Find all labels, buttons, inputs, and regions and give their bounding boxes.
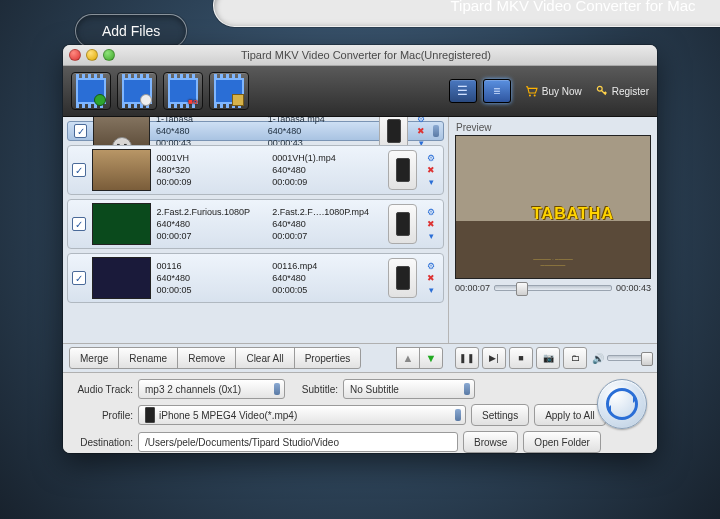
settings-icon[interactable]: ⚙ — [427, 207, 435, 217]
row-checkbox[interactable]: ✓ — [72, 163, 86, 177]
preview-panel: Preview TABATHA ───── · ──────────── 00:… — [449, 117, 657, 343]
clear-all-button[interactable]: Clear All — [235, 347, 294, 369]
remove-icon[interactable]: ✖ — [427, 273, 435, 283]
buy-now-label: Buy Now — [542, 86, 582, 97]
folder-button[interactable]: 🗀 — [563, 347, 587, 369]
expand-icon[interactable]: ▾ — [429, 177, 434, 187]
thumbnail — [92, 203, 151, 245]
remove-icon[interactable]: ✖ — [417, 126, 425, 136]
merge-button[interactable]: Merge — [69, 347, 119, 369]
settings-form: Audio Track: mp3 2 channels (0x1) Subtit… — [63, 373, 657, 453]
snapshot-button[interactable]: 📷 — [536, 347, 560, 369]
settings-icon[interactable]: ⚙ — [427, 153, 435, 163]
list-actions: Merge Rename Remove Clear All Properties… — [63, 343, 449, 373]
volume-icon: 🔊 — [592, 353, 604, 364]
row-checkbox[interactable]: ✓ — [74, 124, 87, 138]
settings-button[interactable]: Settings — [471, 404, 529, 426]
properties-button[interactable]: Properties — [294, 347, 362, 369]
register-label: Register — [612, 86, 649, 97]
expand-icon[interactable]: ▾ — [429, 285, 434, 295]
expand-icon[interactable]: ▾ — [429, 231, 434, 241]
buy-now-link[interactable]: Buy Now — [525, 86, 582, 97]
settings-icon[interactable]: ⚙ — [417, 117, 425, 124]
preview-credits: ───── · ──────────── — [456, 256, 650, 268]
app-window: Tipard MKV Video Converter for Mac(Unreg… — [63, 45, 657, 453]
volume-slider[interactable] — [607, 355, 651, 361]
list-item[interactable]: ✓ ❚❚ 1-Tabasa640*48000:00:43 1-Tabasa.mp… — [67, 121, 444, 141]
time-current: 00:00:07 — [455, 283, 490, 293]
register-link[interactable]: Register — [596, 85, 649, 97]
destination-field[interactable]: /Users/pele/Documents/Tipard Studio/Vide… — [138, 432, 458, 452]
move-up-button[interactable]: ▲ — [396, 347, 420, 369]
title-bar: Tipard MKV Video Converter for Mac(Unreg… — [63, 45, 657, 66]
file-list: ✓ ❚❚ 1-Tabasa640*48000:00:43 1-Tabasa.mp… — [63, 117, 449, 343]
list-item[interactable]: ✓ 0001VH480*32000:00:09 0001VH(1).mp4640… — [67, 145, 444, 195]
row-checkbox[interactable]: ✓ — [72, 271, 86, 285]
audio-track-select[interactable]: mp3 2 channels (0x1) — [138, 379, 285, 399]
close-icon[interactable] — [69, 49, 81, 61]
thumbnail — [92, 149, 151, 191]
next-button[interactable]: ▶| — [482, 347, 506, 369]
callout-app-name: Tipard MKV Video Converter for Mac — [213, 0, 720, 27]
list-item[interactable]: ✓ 00116640*48000:00:05 00116.mp4640*4800… — [67, 253, 444, 303]
callout-add-files: Add Files — [75, 14, 187, 48]
preview-screen: TABATHA ───── · ──────────── — [455, 135, 651, 279]
view-list-button[interactable]: ☰ — [449, 79, 477, 103]
device-selector[interactable] — [388, 204, 417, 244]
svg-point-0 — [529, 94, 531, 96]
device-selector[interactable] — [388, 150, 417, 190]
playback-controls: ❚❚ ▶| ■ 📷 🗀 🔊 — [449, 343, 657, 373]
subtitle-select[interactable]: No Subtitle — [343, 379, 475, 399]
settings-icon[interactable]: ⚙ — [427, 261, 435, 271]
remove-icon[interactable]: ✖ — [427, 165, 435, 175]
apply-to-all-button[interactable]: Apply to All — [534, 404, 605, 426]
add-files-button[interactable] — [71, 72, 111, 110]
remove-button[interactable]: Remove — [177, 347, 236, 369]
move-down-button[interactable]: ▼ — [419, 347, 443, 369]
thumbnail — [92, 257, 151, 299]
row-checkbox[interactable]: ✓ — [72, 217, 86, 231]
edit-button[interactable] — [117, 72, 157, 110]
stop-button[interactable]: ■ — [509, 347, 533, 369]
browse-button[interactable]: Browse — [463, 431, 518, 453]
audio-track-label: Audio Track: — [71, 384, 133, 395]
crop-button[interactable] — [209, 72, 249, 110]
remove-icon[interactable]: ✖ — [427, 219, 435, 229]
trim-button[interactable]: ■o — [163, 72, 203, 110]
view-detail-button[interactable]: ≡ — [483, 79, 511, 103]
subtitle-label: Subtitle: — [290, 384, 338, 395]
preview-label: Preview — [456, 122, 651, 133]
convert-button[interactable] — [597, 379, 647, 429]
seek-slider[interactable] — [494, 285, 612, 291]
list-item[interactable]: ✓ 2.Fast.2.Furious.1080P640*48000:00:07 … — [67, 199, 444, 249]
window-title: Tipard MKV Video Converter for Mac(Unreg… — [81, 49, 651, 61]
pause-button[interactable]: ❚❚ — [455, 347, 479, 369]
rename-button[interactable]: Rename — [118, 347, 178, 369]
profile-label: Profile: — [71, 410, 133, 421]
main-toolbar: ■o ☰ ≡ Buy Now Register — [63, 66, 657, 117]
preview-movie-title: TABATHA — [532, 205, 614, 223]
destination-label: Destination: — [71, 437, 133, 448]
device-selector[interactable] — [388, 258, 417, 298]
time-total: 00:00:43 — [616, 283, 651, 293]
svg-point-1 — [533, 94, 535, 96]
open-folder-button[interactable]: Open Folder — [523, 431, 601, 453]
profile-select[interactable]: iPhone 5 MPEG4 Video(*.mp4) — [138, 405, 466, 425]
